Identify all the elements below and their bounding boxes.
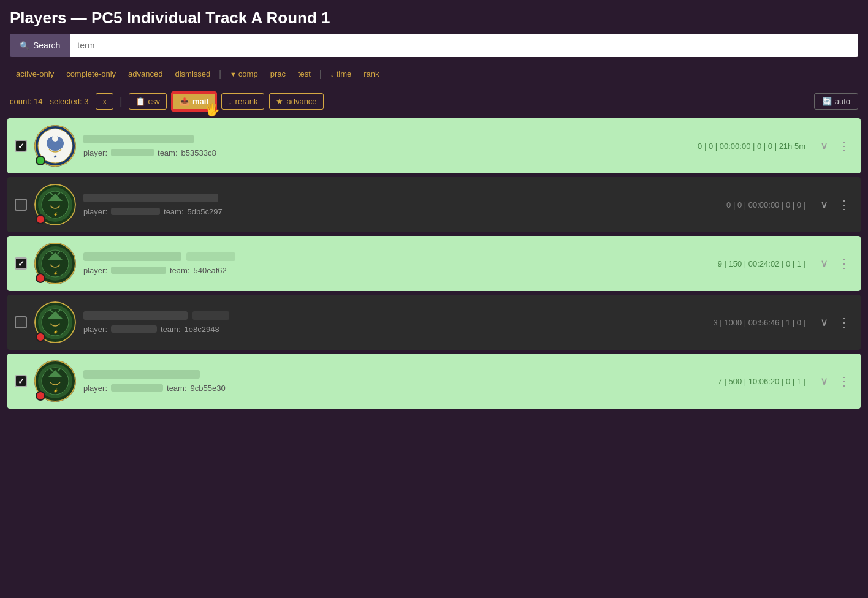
player-name-blur-1 — [83, 135, 194, 143]
auto-icon: 🔄 — [822, 97, 832, 106]
player-label-3: player: — [83, 266, 107, 275]
advance-label: advance — [286, 97, 316, 106]
menu-button-2[interactable]: ⋮ — [836, 195, 853, 214]
svg-text:⚡: ⚡ — [53, 330, 58, 335]
star-icon: ★ — [276, 97, 283, 106]
player-val-blur-2 — [111, 208, 160, 215]
rerank-button[interactable]: ↓ rerank — [221, 93, 264, 110]
menu-button-3[interactable]: ⋮ — [836, 254, 853, 273]
header: Players — PC5 Individual Track A Round 1… — [0, 0, 868, 87]
search-row: 🔍 Search — [10, 34, 858, 57]
filter-time[interactable]: time — [324, 67, 358, 81]
action-row: count: 14 selected: 3 x | 📋 csv 📤 mail 🖐… — [0, 87, 868, 118]
action-sep-1: | — [120, 95, 123, 108]
rerank-label: rerank — [235, 97, 258, 106]
team-label-4: team: — [161, 325, 181, 334]
card-actions-3: ∨ ⋮ — [818, 254, 853, 273]
player-info-5: player: team: 9cb55e30 — [83, 370, 710, 393]
auto-label: auto — [835, 97, 850, 106]
filter-test[interactable]: test — [292, 67, 317, 81]
player-checkbox-4[interactable] — [15, 316, 27, 328]
table-row: ⚡ player: team: 540eaf62 9 | 150 | 00:24… — [7, 236, 861, 291]
card-actions-4: ∨ ⋮ — [818, 312, 853, 332]
svg-text:⚡: ⚡ — [53, 388, 58, 393]
auto-button[interactable]: 🔄 auto — [814, 93, 858, 110]
player-avatar-wrap-3: ⚡ — [34, 243, 76, 284]
player-label-1: player: — [83, 148, 107, 157]
team-value-5: 9cb55e30 — [191, 384, 226, 393]
svg-text:⚡: ⚡ — [53, 212, 58, 217]
filter-sep-1: | — [216, 69, 224, 79]
advance-button[interactable]: ★ advance — [269, 93, 323, 110]
player-checkbox-5[interactable] — [15, 375, 27, 387]
team-value-3: 540eaf62 — [194, 266, 227, 275]
table-row: ⚡ player: team: 1e8c2948 3 | 1000 | 00:5… — [7, 295, 861, 350]
filter-dismissed[interactable]: dismissed — [169, 67, 216, 81]
player-info-3: player: team: 540eaf62 — [83, 252, 710, 275]
search-input[interactable] — [70, 34, 858, 57]
search-button[interactable]: 🔍 Search — [10, 34, 70, 57]
filter-comp[interactable]: comp — [224, 67, 264, 81]
card-actions-2: ∨ ⋮ — [818, 195, 853, 214]
team-label-1: team: — [158, 148, 178, 157]
table-row: ★ player: team: b53533c8 0 | 0 | 00:00:0… — [7, 118, 861, 173]
player-sub-row-2: player: team: 5db5c297 — [83, 207, 719, 216]
expand-button-2[interactable]: ∨ — [818, 195, 831, 214]
x-button[interactable]: x — [96, 93, 113, 110]
player-avatar-wrap-1: ★ — [34, 125, 76, 167]
expand-button-3[interactable]: ∨ — [818, 254, 831, 273]
filter-rank[interactable]: rank — [357, 67, 385, 81]
player-sub-row-4: player: team: 1e8c2948 — [83, 325, 706, 334]
player-label-5: player: — [83, 384, 107, 393]
player-checkbox-1[interactable] — [15, 140, 27, 152]
expand-button-1[interactable]: ∨ — [818, 137, 831, 155]
filter-row: active-only complete-only advanced dismi… — [10, 63, 858, 87]
filter-active-only[interactable]: active-only — [10, 67, 60, 81]
player-list: ★ player: team: b53533c8 0 | 0 | 00:00:0… — [0, 118, 868, 416]
team-value-1: b53533c8 — [181, 148, 216, 157]
menu-button-5[interactable]: ⋮ — [836, 371, 853, 391]
card-actions-1: ∨ ⋮ — [818, 136, 853, 156]
filter-prac[interactable]: prac — [264, 67, 292, 81]
expand-button-5[interactable]: ∨ — [818, 372, 831, 390]
status-dot-4 — [36, 332, 45, 342]
team-label-5: team: — [167, 384, 187, 393]
player-stats-1: 0 | 0 | 00:00:00 | 0 | 0 | 21h 5m — [698, 142, 810, 151]
csv-label: csv — [148, 97, 161, 106]
player-stats-2: 0 | 0 | 00:00:00 | 0 | 0 | — [726, 200, 810, 210]
table-row: ⚡ player: team: 9cb55e30 7 | 500 | 10:06… — [7, 354, 861, 409]
player-name-blur-2 — [83, 194, 218, 202]
player-sub-row-5: player: team: 9cb55e30 — [83, 384, 710, 393]
player-val-blur-3 — [111, 267, 166, 274]
search-button-label: Search — [33, 40, 60, 50]
player-val-blur-1 — [111, 149, 154, 156]
mail-btn-wrap: 📤 mail 🖐 — [172, 92, 216, 111]
team-value-4: 1e8c2948 — [185, 325, 219, 334]
csv-button[interactable]: 📋 csv — [129, 93, 167, 110]
page-title: Players — PC5 Individual Track A Round 1 — [10, 9, 858, 28]
rerank-icon: ↓ — [228, 97, 232, 106]
player-val-blur-5 — [111, 384, 163, 392]
mail-button[interactable]: 📤 mail — [172, 92, 216, 111]
mail-label: mail — [192, 97, 208, 106]
filter-complete-only[interactable]: complete-only — [60, 67, 122, 81]
status-dot-1 — [36, 156, 45, 165]
menu-button-1[interactable]: ⋮ — [836, 136, 853, 156]
player-avatar-wrap-4: ⚡ — [34, 301, 76, 343]
player-stats-4: 3 | 1000 | 00:56:46 | 1 | 0 | — [713, 318, 810, 327]
player-avatar-wrap-2: ⚡ — [34, 184, 76, 225]
status-dot-5 — [36, 391, 45, 401]
menu-button-4[interactable]: ⋮ — [836, 312, 853, 332]
player-checkbox-2[interactable] — [15, 199, 27, 211]
player-info-1: player: team: b53533c8 — [83, 135, 690, 157]
filter-advanced[interactable]: advanced — [122, 67, 169, 81]
expand-button-4[interactable]: ∨ — [818, 313, 831, 331]
player-checkbox-3[interactable] — [15, 257, 27, 270]
team-label-3: team: — [170, 266, 190, 275]
player-sub-row-1: player: team: b53533c8 — [83, 148, 690, 157]
team-value-2: 5db5c297 — [188, 207, 223, 216]
player-info-2: player: team: 5db5c297 — [83, 194, 719, 216]
table-row: ⚡ player: team: 5db5c297 0 | 0 | 00:00:0… — [7, 177, 861, 232]
player-sub-row-3: player: team: 540eaf62 — [83, 266, 710, 275]
player-label-2: player: — [83, 207, 107, 216]
